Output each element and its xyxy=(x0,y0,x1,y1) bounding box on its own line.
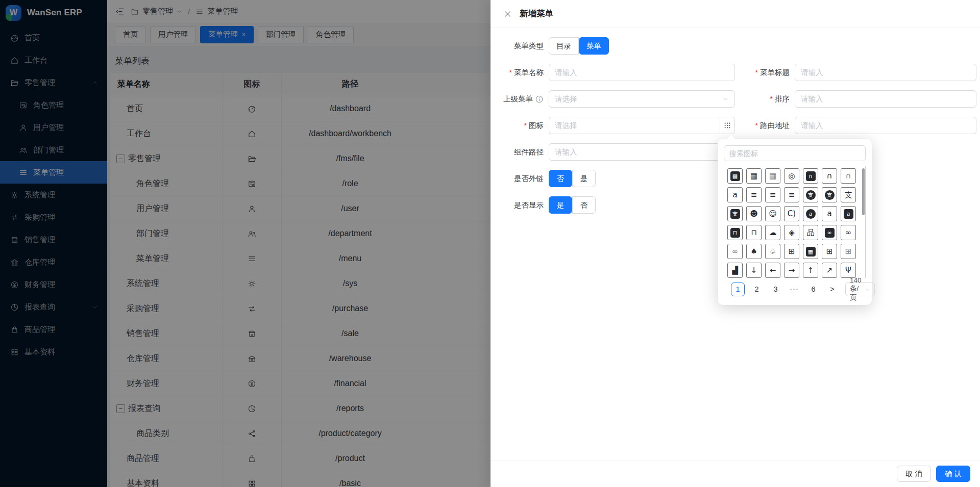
icon-option-arrow-up-outlined[interactable]: ↑ xyxy=(803,263,818,278)
grid-dots-icon xyxy=(723,121,731,130)
icon-option-api-filled[interactable]: ∞ xyxy=(822,225,837,240)
icon-grid-wrap: ▦ ▦ ▦ ◎ ∩ ∩ ∩ a ≡ ≡ ≡ 支 支 支 支 ☻ ☺ C) a a… xyxy=(724,166,866,278)
visible-group: 是 否 xyxy=(549,196,596,214)
external-option-no[interactable]: 否 xyxy=(549,170,572,187)
icon-option-appstore-add-outlined[interactable]: ⊞ xyxy=(784,244,799,259)
icon-option-alibaba-outlined[interactable]: a xyxy=(727,187,743,202)
icon-option-aliwangwang-filled[interactable]: ☻ xyxy=(746,206,762,221)
field-label-name: *菜单名称 xyxy=(509,68,549,78)
field-label-title: *菜单标题 xyxy=(755,68,795,78)
field-label-sort: *排序 xyxy=(770,94,795,104)
icon-option-align-center-outlined[interactable]: ≡ xyxy=(746,187,762,202)
icon-option-alipay-outlined[interactable]: 支 xyxy=(841,187,856,202)
icon-option-audio-filled[interactable]: Ψ xyxy=(841,263,856,278)
component-path-input[interactable] xyxy=(549,143,735,161)
page-button[interactable]: 2 xyxy=(750,283,764,296)
close-icon[interactable] xyxy=(503,10,512,18)
icon-option-aliwangwang-outlined[interactable]: ☺ xyxy=(765,206,780,221)
field-label-parent: 上级菜单 xyxy=(503,94,549,104)
visible-option-no[interactable]: 否 xyxy=(572,196,596,214)
icon-option-ant-design-outlined[interactable]: ◈ xyxy=(784,225,799,240)
scrollbar-thumb[interactable] xyxy=(862,168,865,215)
menu-name-input[interactable] xyxy=(549,64,735,81)
icon-option-arrow-down-outlined[interactable]: ↓ xyxy=(746,263,762,278)
icon-option-android-outlined[interactable]: ⊓ xyxy=(746,225,762,240)
icon-option-amazon-outlined[interactable]: a xyxy=(822,206,837,221)
menu-type-segmented: 目录 菜单 xyxy=(549,37,609,55)
icon-option-align-right-outlined[interactable]: ≡ xyxy=(784,187,799,202)
icon-search-input[interactable] xyxy=(724,145,866,161)
icon-option-apple-filled[interactable]: ♠ xyxy=(746,244,762,259)
external-link-group: 否 是 xyxy=(549,170,596,187)
page-size-select[interactable]: 140 条/页 xyxy=(845,282,875,296)
field-label-external: 是否外链 xyxy=(514,174,549,184)
icon-option-android-filled[interactable]: ⊓ xyxy=(727,225,743,240)
chevron-down-icon xyxy=(723,96,729,102)
icon-option-apartment-outlined[interactable]: 品 xyxy=(803,225,818,240)
route-input[interactable] xyxy=(795,117,976,134)
icon-option-aliyun-outlined[interactable]: C) xyxy=(784,206,799,221)
field-label-visible: 是否显示 xyxy=(514,200,549,210)
icon-option-appstore-filled[interactable]: ▦ xyxy=(803,244,818,259)
visible-option-yes[interactable]: 是 xyxy=(549,196,572,214)
icon-option-arrow-left-outlined[interactable]: ← xyxy=(765,263,780,278)
icon-option-api-twotone[interactable]: ∞ xyxy=(727,244,743,259)
icon-option-arrow-right-outlined[interactable]: → xyxy=(784,263,799,278)
icon-option-ant-cloud-outlined[interactable]: ☁ xyxy=(765,225,780,240)
field-label-icon: *图标 xyxy=(524,121,549,131)
drawer-footer: 取 消 确 认 xyxy=(491,460,980,487)
page-button[interactable]: 1 xyxy=(731,283,745,296)
icon-option-aim-outlined[interactable]: ◎ xyxy=(784,168,799,184)
drawer-title: 新增菜单 xyxy=(520,8,553,19)
page-button[interactable]: ••• xyxy=(788,283,801,296)
icon-option-alert-filled[interactable]: ∩ xyxy=(803,168,818,184)
icon-option-alert-twotone[interactable]: ∩ xyxy=(841,168,856,184)
sort-input[interactable] xyxy=(795,90,976,108)
info-circle-icon xyxy=(535,95,544,104)
icon-option-arrows-alt-outlined[interactable]: ↗ xyxy=(822,263,837,278)
menu-title-input[interactable] xyxy=(795,64,976,81)
external-option-yes[interactable]: 是 xyxy=(572,170,596,187)
icon-option-apple-outlined[interactable]: ♤ xyxy=(765,244,780,259)
cancel-button[interactable]: 取 消 xyxy=(897,466,931,482)
icon-select-input[interactable] xyxy=(549,117,720,134)
icon-option-appstore-twotone[interactable]: ⊞ xyxy=(841,244,856,259)
icon-picker-button[interactable] xyxy=(720,117,735,134)
icon-option-amazon-square-filled[interactable]: a xyxy=(841,206,856,221)
icon-option-area-chart-outlined[interactable]: ▟ xyxy=(727,263,743,278)
icon-option-alipay-circle-filled[interactable]: 支 xyxy=(803,187,818,202)
icon-option-alipay-square-filled[interactable]: 支 xyxy=(727,206,743,221)
pagination: 123•••6>140 条/页 xyxy=(724,282,866,296)
field-label-component: 组件路径 xyxy=(514,147,549,157)
icon-option-amazon-circle-filled[interactable]: a xyxy=(803,206,818,221)
confirm-button[interactable]: 确 认 xyxy=(936,466,970,482)
page-button[interactable]: 3 xyxy=(769,283,782,296)
chevron-down-icon xyxy=(865,287,870,292)
icon-option-appstore-outlined[interactable]: ⊞ xyxy=(822,244,837,259)
menu-type-option-menu[interactable]: 菜单 xyxy=(579,37,609,55)
page-button[interactable]: > xyxy=(825,283,839,296)
icon-option-alipay-circle-outlined[interactable]: 支 xyxy=(822,187,837,202)
menu-type-option-directory[interactable]: 目录 xyxy=(549,37,579,55)
icon-option-account-book-filled[interactable]: ▦ xyxy=(727,168,743,184)
parent-menu-select[interactable]: 请选择 xyxy=(549,90,735,108)
icon-option-account-book-twotone[interactable]: ▦ xyxy=(765,168,780,184)
icon-option-api-outlined[interactable]: ∞ xyxy=(841,225,856,240)
icon-option-account-book-outlined[interactable]: ▦ xyxy=(746,168,762,184)
field-label-type: 菜单类型 xyxy=(514,41,549,51)
icon-grid: ▦ ▦ ▦ ◎ ∩ ∩ ∩ a ≡ ≡ ≡ 支 支 支 支 ☻ ☺ C) a a… xyxy=(727,168,865,278)
page-button[interactable]: 6 xyxy=(806,283,820,296)
icon-option-alert-outlined[interactable]: ∩ xyxy=(822,168,837,184)
icon-option-align-left-outlined[interactable]: ≡ xyxy=(765,187,780,202)
field-label-route: *路由地址 xyxy=(755,121,795,131)
drawer-header: 新增菜单 xyxy=(491,0,980,28)
icon-picker-popup: ▦ ▦ ▦ ◎ ∩ ∩ ∩ a ≡ ≡ ≡ 支 支 支 支 ☻ ☺ C) a a… xyxy=(718,139,872,305)
icon-field xyxy=(549,117,735,134)
